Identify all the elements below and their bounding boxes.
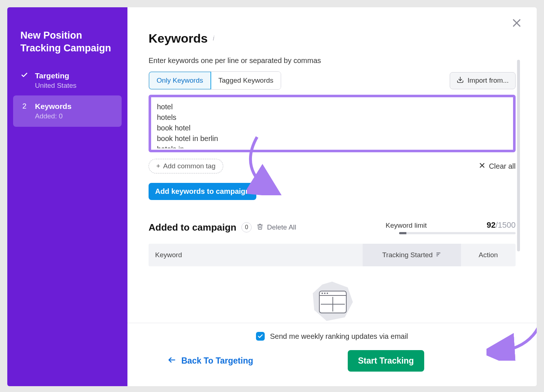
- arrow-left-icon: [167, 356, 176, 366]
- limit-progress-bar: [399, 232, 516, 234]
- svg-point-11: [322, 293, 323, 294]
- import-label: Import from...: [468, 77, 509, 85]
- instructions-text: Enter keywords one per line or separated…: [149, 56, 516, 65]
- back-to-targeting-link[interactable]: Back To Targeting: [167, 356, 253, 366]
- svg-point-13: [327, 293, 328, 294]
- modal-footer: Send me weekly ranking updates via email…: [127, 323, 537, 386]
- add-keywords-button[interactable]: Add keywords to campaign: [149, 183, 256, 200]
- page-title-text: Keywords: [149, 31, 208, 46]
- page-title: Keywords i: [149, 31, 516, 46]
- back-label: Back To Targeting: [181, 356, 253, 366]
- col-keyword[interactable]: Keyword: [149, 244, 363, 266]
- col-action: Action: [461, 244, 516, 266]
- add-common-tag-button[interactable]: + Add common tag: [149, 159, 223, 173]
- weekly-email-checkbox[interactable]: [256, 332, 265, 341]
- svg-point-12: [324, 293, 326, 294]
- modal-main: Keywords i Enter keywords one per line o…: [127, 7, 537, 386]
- step-sub: Added: 0: [35, 112, 114, 120]
- col-tracking-started[interactable]: Tracking Started: [363, 244, 461, 266]
- add-tag-label: Add common tag: [163, 162, 216, 170]
- step-label: Keywords: [35, 102, 114, 111]
- delete-all-button[interactable]: Delete All: [257, 223, 296, 232]
- keywords-input[interactable]: [151, 97, 513, 148]
- import-from-button[interactable]: Import from...: [450, 72, 516, 89]
- limit-used: 92: [486, 220, 495, 230]
- svg-rect-5: [437, 252, 441, 253]
- keyword-mode-segment: Only Keywords Tagged Keywords: [149, 71, 281, 90]
- close-button[interactable]: [511, 17, 524, 31]
- added-count-badge: 0: [241, 222, 252, 232]
- new-campaign-modal: New Position Tracking Campaign Targeting…: [7, 7, 537, 386]
- content-area: Keywords i Enter keywords one per line o…: [127, 7, 537, 323]
- step-keywords[interactable]: 2 Keywords Added: 0: [13, 95, 122, 127]
- svg-rect-7: [437, 255, 438, 256]
- delete-all-label: Delete All: [267, 223, 296, 231]
- step-number: 2: [20, 102, 28, 110]
- close-icon: [479, 162, 485, 170]
- col-tracking-label: Tracking Started: [382, 251, 433, 259]
- keyword-limit-widget: Keyword limit 92/1500: [386, 220, 516, 234]
- clear-all-button[interactable]: Clear all: [479, 162, 516, 170]
- check-icon: [20, 71, 28, 81]
- info-icon[interactable]: i: [213, 35, 214, 42]
- step-targeting[interactable]: Targeting United States: [7, 66, 127, 95]
- campaign-table-header: Keyword Tracking Started Action: [149, 244, 516, 266]
- weekly-email-label: Send me weekly ranking updates via email: [270, 332, 408, 341]
- keywords-highlight-box: [149, 95, 516, 152]
- added-to-campaign-heading: Added to campaign: [149, 222, 236, 233]
- wizard-sidebar: New Position Tracking Campaign Targeting…: [7, 7, 127, 386]
- wizard-title: New Position Tracking Campaign: [7, 29, 127, 66]
- empty-state-illustration: [308, 281, 356, 323]
- step-sub: United States: [35, 82, 114, 90]
- tab-only-keywords[interactable]: Only Keywords: [149, 71, 211, 90]
- limit-label: Keyword limit: [386, 222, 427, 229]
- step-label: Targeting: [35, 71, 114, 80]
- svg-rect-6: [437, 254, 439, 255]
- plus-icon: +: [156, 162, 160, 170]
- trash-icon: [257, 223, 263, 232]
- limit-progress-fill: [399, 232, 406, 234]
- scrollbar[interactable]: [517, 60, 520, 251]
- start-tracking-button[interactable]: Start Tracking: [348, 350, 424, 372]
- limit-max: /1500: [496, 220, 516, 230]
- tab-tagged-keywords[interactable]: Tagged Keywords: [211, 72, 281, 89]
- sort-icon: [435, 251, 441, 259]
- download-icon: [457, 76, 464, 85]
- clear-all-label: Clear all: [489, 162, 516, 170]
